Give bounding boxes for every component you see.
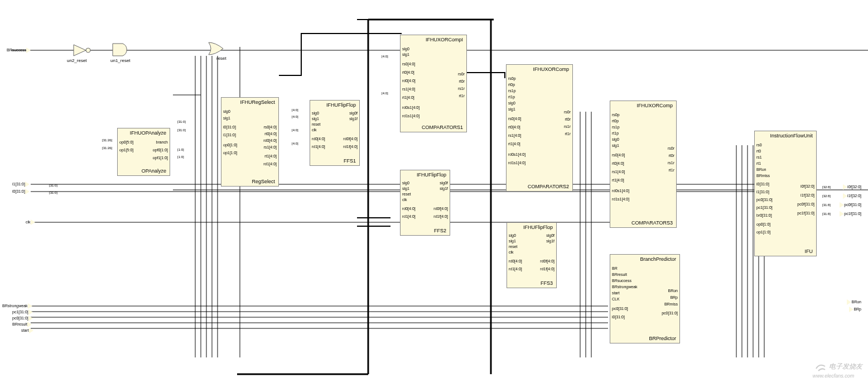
bus-lbl: [4:0]	[292, 142, 298, 145]
block-title: IFHUFlipFlop	[523, 225, 553, 230]
port: rs1r	[564, 124, 571, 130]
pin-pc1f: pc1f[31:0]	[840, 211, 861, 217]
bus-lbl: [31:0]	[177, 128, 186, 132]
port: op1[1:0]	[756, 230, 770, 235]
pin-brp: BRp	[849, 307, 861, 312]
bus-lbl: [1:0]	[177, 148, 184, 151]
block-title: IFHUXORCompI	[426, 37, 463, 42]
pin-brresult: BRresult	[12, 322, 32, 327]
port: slg1	[508, 107, 515, 112]
port: rd0[4:0]	[263, 138, 277, 144]
block-instance: COMPARATORS3	[631, 220, 673, 226]
port: rd1f[4:0]	[433, 214, 448, 219]
bus-lbl: [31:8]	[822, 212, 831, 216]
block-instance: COMPARATORS1	[422, 125, 463, 130]
block-comparators1: IFHUXORCompI COMPARATORS1 slg0 slg1 rs0[…	[400, 35, 467, 132]
port: BRon	[668, 288, 678, 294]
port: slg1	[402, 186, 409, 192]
block-comparators3: IFHUXORComp COMPARATORS3 rs0p rt0p rs1p …	[610, 101, 677, 228]
port: branch	[156, 140, 168, 145]
pin-pc1: pc1[31:0]	[12, 309, 33, 315]
or-gate	[206, 40, 234, 57]
port: rt1p	[612, 131, 619, 136]
port: rt0r	[565, 117, 571, 122]
port: opf0[1:0]	[153, 147, 168, 153]
port: i0f[32:0]	[801, 184, 814, 189]
port: rs0r	[564, 109, 571, 115]
port: rs0r	[458, 71, 465, 77]
port: rs1[4:0]	[402, 87, 415, 92]
port: rd0s1[4:0]	[508, 152, 525, 157]
port: rs1p	[508, 88, 516, 94]
bus-lbl: [1:0]	[177, 155, 184, 159]
block-opanalyze: IFHUOPAnalyze OPAnalyze op0[5:0] op1[5:0…	[117, 128, 170, 176]
port: slg1	[312, 116, 319, 122]
port: rd1f[4:0]	[343, 144, 358, 150]
block-title: IFHUFlipFlop	[417, 172, 446, 178]
port: pc0[31:0]	[756, 197, 773, 203]
block-ffs1: IFHUFlipFlop FFS1 slg0 slg1 reset clk rd…	[310, 100, 360, 166]
bus-lbl: [4:0]	[292, 108, 298, 112]
port: slg1	[402, 52, 409, 58]
block-brpredictor: BranchPredictor BRPredictor BR BRresult …	[610, 254, 680, 343]
pin-i0: i0[31:0]	[12, 189, 30, 194]
port: slg0	[508, 101, 515, 106]
port: rt0p	[612, 118, 619, 124]
port: BR	[612, 266, 618, 271]
port: rd1s1[4:0]	[612, 197, 629, 202]
port: rt0[4:0]	[264, 131, 277, 137]
port: rd1[4:0]	[263, 161, 277, 167]
block-title: IFHUXORComp	[533, 66, 569, 72]
bus-lbl: [31:26]	[102, 146, 112, 150]
port: slg1f	[546, 238, 554, 244]
port: rs1[4:0]	[264, 145, 277, 150]
port: pc1[31:0]	[756, 205, 773, 211]
port: rs1r	[668, 160, 674, 166]
port: rt1	[756, 161, 761, 166]
svg-point-25	[86, 48, 90, 52]
pin-i1: i1[31:0]	[12, 182, 30, 187]
port: rt0r	[669, 153, 675, 159]
port: rd1s1[4:0]	[508, 160, 525, 166]
port: op1[1:0]	[223, 150, 237, 156]
port: rd1f[4:0]	[540, 266, 554, 272]
port: slg0f	[349, 111, 358, 116]
block-title: IFHURegSelect	[240, 99, 275, 105]
block-instance: BRPredictor	[649, 336, 676, 341]
port: slg0	[509, 233, 516, 238]
port: rt1r	[669, 168, 675, 173]
port: op0[1:0]	[756, 222, 770, 227]
port: rd0f[4:0]	[540, 259, 554, 264]
port: rs1[4:0]	[612, 169, 625, 175]
port: BRsuccess	[612, 278, 631, 284]
and-label: un1_reset	[110, 58, 131, 63]
port: rd0[4:0]	[402, 78, 416, 84]
block-instance: IFU	[805, 249, 813, 254]
block-ffs2: IFHUFlipFlop FFS2 slg0 slg1 reset clk rd…	[400, 170, 450, 236]
port: rt0[4:0]	[508, 125, 520, 130]
port: rd1[4:0]	[312, 144, 325, 150]
port: rd0f[4:0]	[433, 206, 448, 212]
port: CLK	[612, 297, 620, 302]
port: rd0[4:0]	[509, 259, 522, 264]
port: slg1	[509, 238, 516, 244]
bus-lbl: [4:0]	[382, 92, 388, 95]
bus-lbl: [31:0]	[177, 120, 186, 123]
port: rd0f[4:0]	[343, 136, 358, 142]
pin-clk: clk	[26, 219, 35, 225]
port: i1f[32:0]	[801, 193, 814, 198]
block-regselect: IFHURegSelect RegSelect slg0 slg1 i0[31:…	[221, 97, 279, 187]
port: rt1r	[459, 93, 465, 99]
port: rt0r	[459, 79, 465, 84]
pin-brsuccess: BRsuccess	[7, 47, 31, 53]
pin-start: start	[21, 328, 33, 333]
port: start	[612, 290, 620, 296]
port: rt1[4:0]	[508, 141, 520, 147]
port: rt1r	[565, 131, 571, 137]
port: rt0	[756, 149, 761, 154]
port: rs0[4:0]	[508, 116, 521, 122]
port: clk	[312, 127, 317, 133]
port: slg1	[223, 116, 230, 121]
port: rs0[4:0]	[264, 125, 277, 130]
port: clk	[509, 250, 514, 255]
